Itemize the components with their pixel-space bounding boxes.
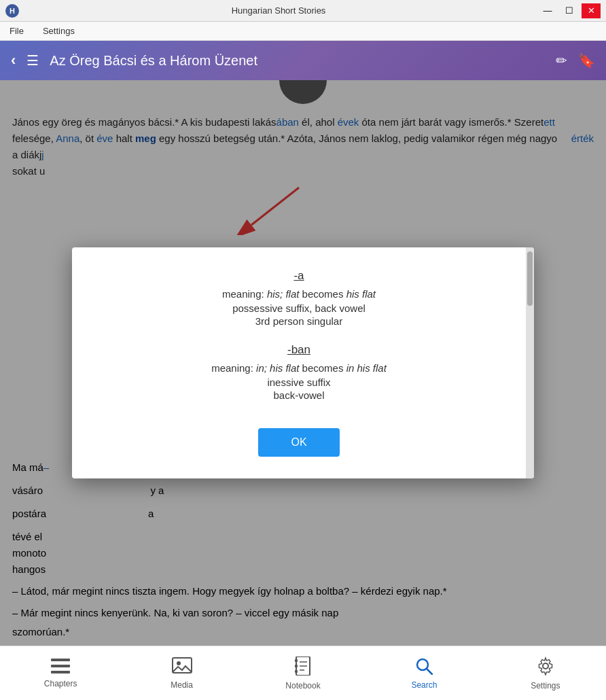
grammar-dialog: -a meaning: his; flat becomes his flat p… bbox=[72, 247, 534, 478]
svg-rect-2 bbox=[51, 659, 70, 661]
search-icon bbox=[415, 657, 433, 678]
edit-icon[interactable]: ✏ bbox=[556, 52, 567, 69]
window-controls: — ☐ ✕ bbox=[538, 3, 601, 18]
header-actions: ✏ 🔖 bbox=[556, 52, 595, 69]
dialog-scrollbar[interactable] bbox=[526, 247, 534, 478]
suffix-a-meaning: meaning: his; flat becomes his flat bbox=[99, 288, 499, 300]
maximize-button[interactable]: ☐ bbox=[560, 3, 579, 18]
notebook-label: Notebook bbox=[285, 681, 320, 690]
meaning-between: becomes bbox=[299, 288, 346, 300]
svg-point-6 bbox=[177, 661, 181, 665]
nav-media[interactable]: Media bbox=[121, 646, 242, 700]
suffix-ban-line3: back-vowel bbox=[99, 389, 499, 401]
suffix-ban-title: -ban bbox=[99, 343, 499, 357]
menu-settings[interactable]: Settings bbox=[39, 24, 79, 37]
ok-button[interactable]: OK bbox=[258, 428, 339, 457]
menu-file[interactable]: File bbox=[5, 24, 28, 37]
suffix-a-title: -a bbox=[99, 269, 499, 283]
svg-rect-8 bbox=[295, 659, 298, 662]
suffix-a-line2: possessive suffix, back vowel bbox=[99, 302, 499, 314]
story-title: Az Öreg Bácsi és a Három Üzenet bbox=[50, 53, 545, 69]
svg-point-16 bbox=[543, 663, 548, 669]
suffix-section-a: -a meaning: his; flat becomes his flat p… bbox=[99, 269, 499, 327]
meaning-italic2: his flat bbox=[346, 288, 376, 300]
settings-icon bbox=[536, 657, 555, 678]
media-label: Media bbox=[171, 680, 193, 690]
meaning-prefix: meaning: bbox=[211, 362, 256, 374]
close-button[interactable]: ✕ bbox=[582, 3, 601, 18]
svg-rect-4 bbox=[51, 671, 70, 673]
nav-chapters[interactable]: Chapters bbox=[0, 646, 121, 700]
back-button[interactable]: ‹ bbox=[11, 52, 16, 69]
meaning-italic2: in his flat bbox=[346, 362, 387, 374]
app-header: ‹ ☰ Az Öreg Bácsi és a Három Üzenet ✏ 🔖 bbox=[0, 41, 606, 80]
hamburger-menu-icon[interactable]: ☰ bbox=[26, 52, 39, 69]
svg-rect-9 bbox=[295, 665, 298, 667]
suffix-section-ban: -ban meaning: in; his flat becomes in hi… bbox=[99, 343, 499, 401]
window-title: Hungarian Short Stories bbox=[19, 5, 538, 16]
content-area: János egy öreg és magányos bácsi.* A kis… bbox=[0, 80, 606, 646]
dialog-body: -a meaning: his; flat becomes his flat p… bbox=[72, 247, 526, 478]
title-bar: H Hungarian Short Stories — ☐ ✕ bbox=[0, 0, 606, 22]
bookmark-icon[interactable]: 🔖 bbox=[578, 52, 595, 69]
suffix-ban-line2: inessive suffix bbox=[99, 377, 499, 388]
chapters-label: Chapters bbox=[44, 679, 77, 688]
suffix-ban-meaning: meaning: in; his flat becomes in his fla… bbox=[99, 362, 499, 374]
chapters-icon bbox=[51, 659, 70, 676]
meaning-prefix: meaning: bbox=[222, 288, 267, 300]
app-icon: H bbox=[5, 4, 19, 18]
meaning-italic1: his; flat bbox=[267, 288, 300, 300]
bottom-navigation: Chapters Media Notebook bbox=[0, 646, 606, 700]
notebook-icon bbox=[295, 657, 311, 678]
dialog-scrollbar-thumb bbox=[527, 251, 533, 306]
svg-rect-10 bbox=[295, 670, 298, 673]
meaning-between: becomes bbox=[299, 362, 346, 374]
nav-settings[interactable]: Settings bbox=[485, 646, 606, 700]
svg-rect-3 bbox=[51, 665, 70, 667]
settings-label: Settings bbox=[531, 681, 560, 690]
nav-notebook[interactable]: Notebook bbox=[243, 646, 363, 700]
minimize-button[interactable]: — bbox=[538, 3, 557, 18]
nav-search[interactable]: Search bbox=[363, 646, 484, 700]
menu-bar: File Settings bbox=[0, 22, 606, 41]
media-icon bbox=[172, 657, 192, 678]
svg-line-15 bbox=[427, 669, 432, 674]
suffix-a-line3: 3rd person singular bbox=[99, 315, 499, 327]
search-label: Search bbox=[411, 680, 437, 690]
meaning-italic1: in; his flat bbox=[256, 362, 299, 374]
